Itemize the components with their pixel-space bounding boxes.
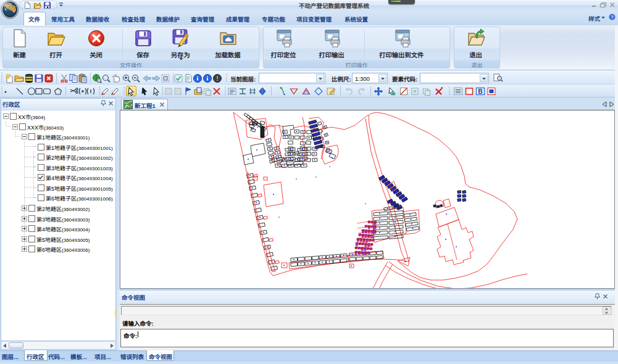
svg-text:B: B [478, 88, 483, 95]
svg-text:?: ? [611, 14, 614, 20]
